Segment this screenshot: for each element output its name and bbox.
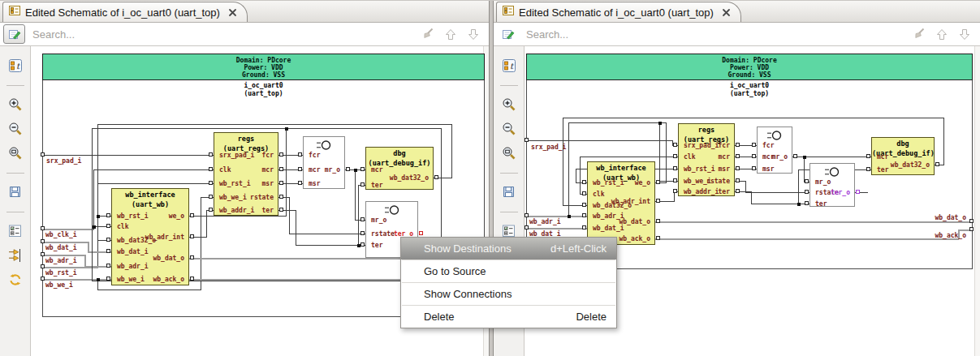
- port-clk[interactable]: clk: [684, 154, 695, 161]
- search-options-button[interactable]: [3, 24, 25, 44]
- tab-edited-schematic-right[interactable]: Edited Schematic of i_oc_uart0 (uart_top…: [496, 2, 741, 22]
- port-wb_adr_i[interactable]: wb_adr_i: [117, 264, 149, 270]
- port-wb_dat_o[interactable]: wb_dat_o: [619, 219, 650, 225]
- port-clk[interactable]: clk: [117, 224, 128, 230]
- port-ter[interactable]: ter: [262, 208, 274, 214]
- port-msr[interactable]: msr: [309, 181, 320, 187]
- port-wb_we_i[interactable]: wb_we_i: [117, 277, 145, 283]
- find-previous-icon[interactable]: [443, 28, 457, 41]
- port-clk[interactable]: clk: [219, 167, 231, 174]
- port-mr_o[interactable]: mr_o: [815, 179, 831, 186]
- port-wb_dat32_o[interactable]: wb_dat32_o: [390, 175, 429, 182]
- zoom-out-icon[interactable]: [6, 121, 25, 136]
- trace-ports-icon[interactable]: [6, 247, 25, 263]
- net-label-wb_rst_i[interactable]: wb_rst_i: [45, 269, 77, 277]
- port-mcr[interactable]: mcr: [371, 167, 382, 174]
- search-input[interactable]: [31, 28, 421, 41]
- port-rstate[interactable]: rstate: [706, 178, 730, 185]
- port-wb_addr_i[interactable]: wb_addr_i: [684, 189, 719, 195]
- schematic-properties-icon[interactable]: t: [499, 58, 519, 73]
- search-options-button[interactable]: [497, 24, 519, 44]
- net-label-wb_ack_o[interactable]: wb_ack_o: [935, 232, 966, 239]
- zoom-out-icon[interactable]: [499, 121, 519, 136]
- block-regs-left[interactable]: regs(uart_regs)srx_pad_iclkwb_rst_iwb_we…: [214, 132, 278, 216]
- block-dbg-right[interactable]: dbg(uart_debug_if)mcrterwb_dat32_o: [871, 137, 935, 175]
- scrollbar-gutter-right[interactable]: [974, 46, 980, 356]
- block-sync-a-right[interactable]: fcrmcrmsrmr_o: [757, 127, 792, 174]
- clear-search-icon[interactable]: [421, 28, 434, 41]
- block-wb_interface-right[interactable]: wb_interface(uart_wb)wb_rst_iclkwb_dat32…: [587, 161, 655, 245]
- port-wb_adr_int[interactable]: wb_adr_int: [611, 199, 650, 205]
- port-mcr[interactable]: mcr: [719, 154, 730, 161]
- block-regs-right[interactable]: regs(uart_regs)srx_pad_iclkwb_rst_iwb_we…: [678, 123, 735, 196]
- port-rstate[interactable]: rstate: [250, 195, 274, 201]
- find-previous-icon[interactable]: [935, 28, 948, 41]
- port-ter[interactable]: ter: [371, 182, 382, 189]
- port-we_o[interactable]: we_o: [169, 213, 184, 220]
- port-wb_dat_i[interactable]: wb_dat_i: [117, 249, 149, 255]
- port-msr[interactable]: msr: [262, 181, 274, 187]
- search-input[interactable]: [525, 28, 912, 41]
- port-mcr[interactable]: mcr: [309, 167, 320, 174]
- port-fcr[interactable]: fcr: [309, 152, 320, 159]
- port-srx_pad_i[interactable]: srx_pad_i: [684, 143, 719, 149]
- port-wb_dat32_o[interactable]: wb_dat32_o: [891, 162, 930, 169]
- save-icon[interactable]: [6, 184, 25, 199]
- port-mr_o[interactable]: mr_o: [772, 154, 788, 161]
- port-mcr[interactable]: mcr: [262, 167, 274, 174]
- clear-search-icon[interactable]: [912, 28, 926, 41]
- port-wb_rst_i[interactable]: wb_rst_i: [684, 166, 715, 173]
- net-label-srx_pad_i[interactable]: srx_pad_i: [531, 144, 566, 151]
- port-wb_rst_i[interactable]: wb_rst_i: [219, 181, 251, 187]
- port-ter[interactable]: ter: [815, 201, 827, 208]
- net-label-wb_adr_i[interactable]: wb_adr_i: [45, 257, 77, 264]
- net-label-wb_we_i[interactable]: wb_we_i: [45, 281, 73, 289]
- menu-item-show-destinations[interactable]: Show Destinations d+Left-Click: [401, 238, 616, 259]
- port-ter[interactable]: ter: [719, 189, 730, 195]
- find-next-icon[interactable]: [957, 28, 971, 41]
- save-icon[interactable]: [499, 184, 519, 199]
- zoom-fit-icon[interactable]: [499, 145, 519, 161]
- schematic-properties-icon[interactable]: t: [6, 58, 25, 73]
- tab-close-icon[interactable]: [228, 8, 237, 17]
- port-msr[interactable]: msr: [762, 166, 774, 173]
- net-label-srx_pad_i[interactable]: srx_pad_i: [46, 157, 81, 165]
- menu-item-go-to-source[interactable]: Go to Source: [401, 260, 616, 282]
- tab-edited-schematic-left[interactable]: Edited Schematic of i_oc_uart0 (uart_top…: [2, 2, 248, 22]
- zoom-in-icon[interactable]: [6, 97, 25, 112]
- port-mr_o[interactable]: mr_o: [325, 167, 340, 174]
- port-wb_dat_i[interactable]: wb_dat_i: [593, 225, 624, 232]
- port-wb_we_i[interactable]: wb_we_i: [219, 195, 247, 201]
- port-mcr[interactable]: mcr: [877, 154, 888, 161]
- port-srx_pad_i[interactable]: srx_pad_i: [219, 152, 254, 159]
- port-we_o[interactable]: we_o: [635, 180, 650, 187]
- port-wb_ack_o[interactable]: wb_ack_o: [619, 236, 650, 242]
- port-wb_dat_o[interactable]: wb_dat_o: [153, 255, 184, 262]
- refresh-compare-icon[interactable]: [6, 272, 25, 287]
- port-ter[interactable]: ter: [877, 167, 888, 174]
- block-sync-b-right[interactable]: mr_orstateterter_o: [809, 163, 855, 207]
- port-fcr[interactable]: fcr: [762, 143, 774, 149]
- port-wb_rst_i[interactable]: wb_rst_i: [117, 213, 149, 220]
- port-msr[interactable]: msr: [719, 166, 730, 173]
- port-fcr[interactable]: fcr: [262, 152, 274, 159]
- zoom-fit-icon[interactable]: [6, 145, 25, 161]
- block-wb_interface-left[interactable]: wb_interface(uart_wb)wb_rst_iclkwb_dat32…: [111, 188, 189, 285]
- find-next-icon[interactable]: [466, 28, 480, 41]
- block-dbg-left[interactable]: dbg(uart_debug_if)mcrterwb_dat32_o: [365, 147, 434, 190]
- port-ter[interactable]: ter: [371, 242, 382, 249]
- tab-close-icon[interactable]: [722, 8, 731, 17]
- net-label-wb_dat_i[interactable]: wb_dat_i: [45, 244, 77, 251]
- net-label-wb_dat_o[interactable]: wb_dat_o: [935, 214, 966, 221]
- port-fcr[interactable]: fcr: [719, 143, 730, 149]
- port-mr_o[interactable]: mr_o: [371, 217, 386, 224]
- port-ter_o[interactable]: ter_o: [831, 190, 850, 196]
- port-wb_rst_i[interactable]: wb_rst_i: [593, 180, 624, 187]
- port-wb_adr_int[interactable]: wb_adr_int: [145, 234, 184, 241]
- menu-item-show-connections[interactable]: Show Connections: [401, 283, 616, 305]
- port-wb_ack_o[interactable]: wb_ack_o: [153, 277, 184, 283]
- menu-item-delete[interactable]: Delete Delete: [401, 306, 616, 328]
- port-clk[interactable]: clk: [593, 191, 604, 198]
- zoom-in-icon[interactable]: [499, 97, 519, 112]
- port-rstate[interactable]: rstate: [371, 231, 395, 238]
